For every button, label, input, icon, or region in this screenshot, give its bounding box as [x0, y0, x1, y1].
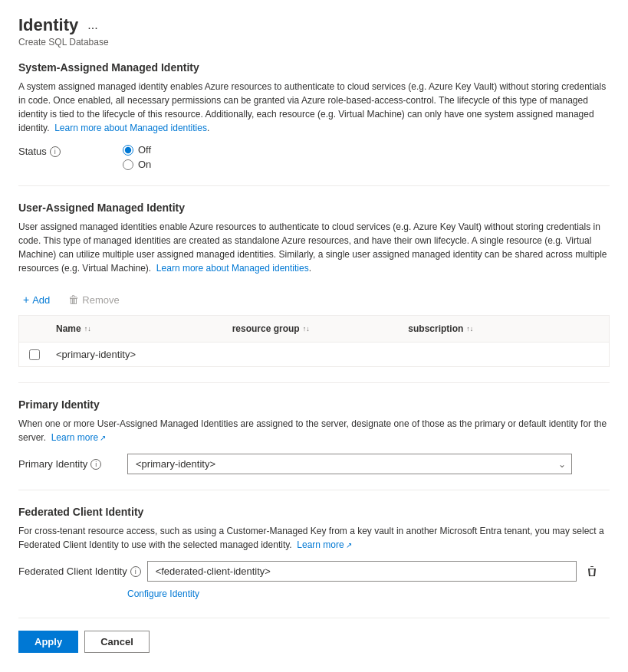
section-separator-3	[18, 490, 610, 490]
add-icon: +	[23, 293, 29, 306]
th-actions	[578, 320, 609, 337]
sort-name-icon: ↑↓	[84, 325, 91, 333]
footer-buttons: Apply Cancel	[18, 618, 610, 653]
apply-button[interactable]: Apply	[18, 631, 78, 653]
federated-client-section: Federated Client Identity For cross-tena…	[18, 506, 610, 599]
add-button[interactable]: + Add	[18, 290, 54, 309]
row-checkbox-cell[interactable]	[19, 343, 50, 366]
status-row: Status i Off On	[18, 144, 610, 170]
external-link-icon-2: ↗	[346, 539, 352, 551]
radio-group: Off On	[123, 144, 151, 170]
radio-off-input[interactable]	[123, 145, 133, 156]
radio-on-option[interactable]: On	[123, 159, 151, 170]
primary-identity-field-row: Primary Identity i <primary-identity> ⌄	[18, 454, 610, 474]
user-assigned-section: User-Assigned Managed Identity User assi…	[18, 202, 610, 367]
row-checkbox[interactable]	[29, 349, 40, 360]
federated-client-info-icon[interactable]: i	[130, 566, 141, 577]
federated-client-title: Federated Client Identity	[18, 506, 610, 518]
primary-identity-title: Primary Identity	[18, 398, 610, 411]
federated-client-field-label: Federated Client Identity i	[18, 565, 141, 577]
external-link-icon: ↗	[100, 432, 106, 444]
system-assigned-title: System-Assigned Managed Identity	[18, 61, 610, 74]
ellipsis-button[interactable]: ...	[84, 17, 100, 34]
primary-identity-select[interactable]: <primary-identity>	[127, 454, 572, 474]
user-assigned-title: User-Assigned Managed Identity	[18, 202, 610, 214]
primary-identity-select-wrapper: <primary-identity> ⌄	[127, 454, 572, 474]
sort-sub-icon: ↑↓	[466, 325, 473, 333]
federated-client-learn-more-link[interactable]: Learn more ↗	[297, 538, 351, 552]
table-header: Name ↑↓ resource group ↑↓ subscription ↑…	[19, 316, 609, 343]
status-info-icon[interactable]: i	[50, 146, 61, 157]
remove-button[interactable]: 🗑 Remove	[64, 290, 123, 309]
table-row: <primary-identity>	[19, 343, 609, 366]
federated-client-description: For cross-tenant resource access, such a…	[18, 524, 610, 552]
primary-identity-description: When one or more User-Assigned Managed I…	[18, 417, 610, 444]
primary-identity-section: Primary Identity When one or more User-A…	[18, 398, 610, 474]
configure-identity-link[interactable]: Configure Identity	[127, 588, 199, 599]
section-separator-2	[18, 382, 610, 383]
system-assigned-learn-more-link[interactable]: Learn more about Managed identities	[54, 123, 207, 133]
th-name[interactable]: Name ↑↓	[50, 320, 226, 337]
system-assigned-section: System-Assigned Managed Identity A syste…	[18, 61, 610, 170]
user-assigned-description: User assigned managed identities enable …	[18, 220, 610, 275]
section-separator-1	[18, 185, 610, 186]
user-assigned-table: Name ↑↓ resource group ↑↓ subscription ↑…	[18, 315, 610, 367]
radio-on-input[interactable]	[123, 159, 133, 170]
primary-identity-field-label: Primary Identity i	[18, 458, 118, 470]
status-label: Status i	[18, 144, 110, 157]
sort-rg-icon: ↑↓	[303, 325, 310, 333]
th-resource-group[interactable]: resource group ↑↓	[226, 320, 403, 337]
row-sub-cell	[402, 349, 578, 361]
federated-client-input[interactable]	[147, 561, 577, 582]
th-checkbox	[19, 320, 50, 337]
federated-client-delete-button[interactable]	[583, 562, 601, 581]
cancel-button[interactable]: Cancel	[84, 631, 150, 653]
system-assigned-description: A system assigned managed identity enabl…	[18, 80, 610, 135]
trash-icon: 🗑	[68, 293, 79, 306]
primary-identity-info-icon[interactable]: i	[90, 459, 101, 470]
delete-icon	[586, 565, 598, 578]
primary-identity-learn-more-link[interactable]: Learn more ↗	[51, 431, 106, 444]
row-name-cell: <primary-identity>	[50, 343, 226, 366]
user-assigned-toolbar: + Add 🗑 Remove	[18, 284, 610, 315]
federated-client-field-row: Federated Client Identity i	[18, 561, 610, 582]
th-subscription[interactable]: subscription ↑↓	[402, 320, 578, 337]
row-rg-cell	[226, 349, 403, 361]
row-action-cell	[578, 349, 609, 361]
page-title: Identity	[18, 15, 78, 35]
page-subtitle: Create SQL Database	[18, 37, 610, 48]
radio-off-option[interactable]: Off	[123, 144, 151, 156]
user-assigned-learn-more-link[interactable]: Learn more about Managed identities	[156, 263, 309, 274]
